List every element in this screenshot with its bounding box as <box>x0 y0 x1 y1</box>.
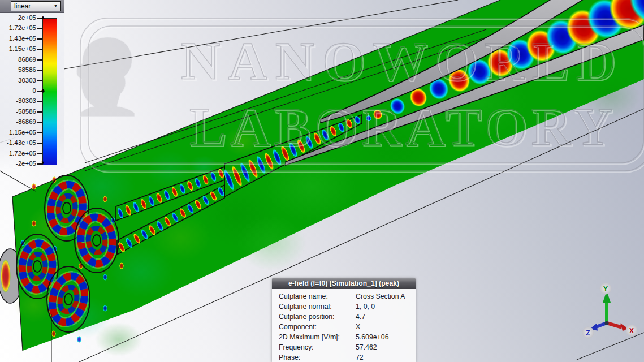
colorbar-label: 1.15e+05 <box>0 45 36 53</box>
y-axis-label: Y <box>603 285 608 293</box>
info-row: Cutplane normal:1, 0, 0 <box>272 303 416 313</box>
info-label: Cutplane normal: <box>272 303 356 313</box>
info-value: Cross Section A <box>356 292 416 303</box>
z-axis-label: Z <box>586 329 590 337</box>
info-value: 4.7 <box>356 313 416 323</box>
colorbar-label: 2e+05 <box>0 14 36 22</box>
colorbar-label: -30303 <box>0 97 36 105</box>
axis-badge-y[interactable]: Y <box>600 283 612 295</box>
watermark-line1: NANOWORLD <box>181 31 623 91</box>
info-row: Frequency:57.462 <box>272 343 416 354</box>
info-row: Cutplane name:Cross Section A <box>272 292 416 303</box>
colorbar-label: -1.72e+05 <box>0 150 36 158</box>
x-axis-label: X <box>629 327 634 335</box>
info-value: 5.609e+06 <box>356 333 416 343</box>
bust-logo-icon <box>76 37 135 117</box>
scale-dropdown-value: linear <box>14 2 31 10</box>
result-info-title: e-field (f=f0) [Simulation_1] (peak) <box>272 278 416 289</box>
colorbar-max-marker-icon: ▲ <box>39 14 47 20</box>
colorbar-min-marker-icon: ▼ <box>39 160 47 166</box>
colorbar-label: -2e+05 <box>0 160 36 168</box>
colorbar-label: 1.43e+05 <box>0 35 36 43</box>
colorbar-label: 30303 <box>0 77 36 85</box>
colorbar-tick <box>37 153 42 154</box>
colorbar-tick <box>37 38 42 40</box>
info-label: Component: <box>272 323 356 333</box>
info-row: Cutplane position:4.7 <box>272 313 416 323</box>
axis-badge-x[interactable]: X <box>626 325 638 337</box>
colorbar-tick <box>37 28 42 29</box>
colorbar-tick <box>37 132 42 133</box>
colorbar-label: -86869 <box>0 118 36 126</box>
info-value: 1, 0, 0 <box>356 303 416 313</box>
colorbar-label: 0 <box>0 87 36 95</box>
info-value: 57.462 <box>356 343 416 354</box>
colorbar-label: -1.15e+05 <box>0 129 36 137</box>
info-row: 2D Maximum [V/m]:5.609e+06 <box>272 333 416 343</box>
info-label: Phase: <box>272 354 356 362</box>
info-label: 2D Maximum [V/m]: <box>272 333 356 343</box>
info-label: Cutplane name: <box>272 292 356 303</box>
info-label: Cutplane position: <box>272 313 356 323</box>
result-info-body: Cutplane name:Cross Section A Cutplane n… <box>272 289 416 362</box>
colorbar-tick <box>37 101 42 102</box>
colorbar-label: 58586 <box>0 66 36 74</box>
info-row: Phase:72 <box>272 354 416 362</box>
result-info-panel: e-field (f=f0) [Simulation_1] (peak) Cut… <box>272 278 416 362</box>
scale-dropdown[interactable]: linear ▼ <box>11 1 61 11</box>
watermark-line2: LABORATORY <box>189 96 617 157</box>
colorbar-label: -1.43e+05 <box>0 139 36 147</box>
colorbar-zero-marker-icon: ◆ <box>39 88 47 93</box>
colorbar-tick <box>37 143 42 144</box>
axes-triad: Y X Z <box>582 283 638 339</box>
info-label: Frequency: <box>272 343 356 354</box>
colorbar-label: -58586 <box>0 108 36 116</box>
colorbar-tick <box>37 122 42 123</box>
info-value: X <box>356 323 416 333</box>
axis-badge-z[interactable]: Z <box>582 327 594 339</box>
colorbar-panel: linear ▼ 2e+051.72e+051.43e+051.15e+0586… <box>0 0 64 170</box>
colorbar-tick <box>37 59 42 61</box>
colorbar-tick <box>37 80 42 81</box>
info-row: Component:X <box>272 323 416 333</box>
info-value: 72 <box>356 354 416 362</box>
colorbar-label: 86869 <box>0 56 36 64</box>
colorbar-tick <box>37 70 42 71</box>
viewport: NANOWORLD NANOWORLD LABORATORY LABORATOR… <box>0 0 644 362</box>
colorbar-tick <box>37 49 42 50</box>
chevron-down-icon: ▼ <box>51 2 60 10</box>
colorbar-label: 1.72e+05 <box>0 24 36 32</box>
colorbar-tick <box>37 111 42 113</box>
